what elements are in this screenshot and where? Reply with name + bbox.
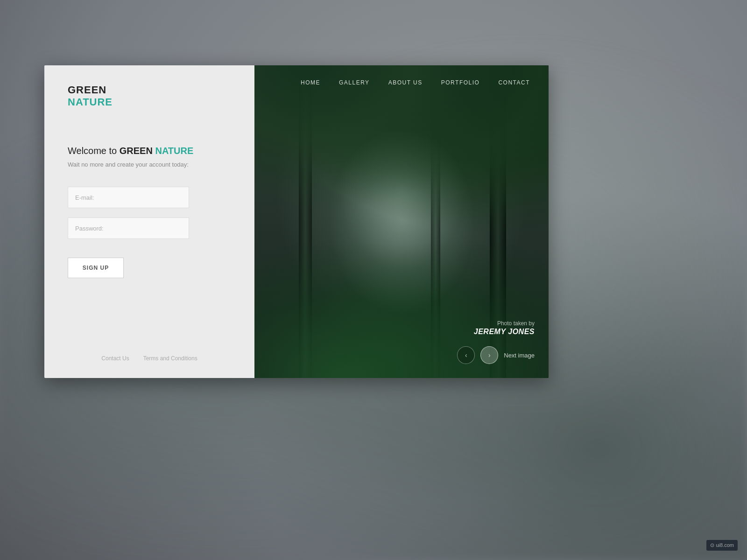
email-field-wrapper bbox=[68, 187, 231, 208]
slider-controls: ‹ › Next image bbox=[457, 346, 535, 364]
footer-links: Contact Us Terms and Conditions bbox=[101, 355, 197, 362]
nav-home[interactable]: HOME bbox=[301, 79, 320, 86]
logo-green: GREEN bbox=[68, 84, 231, 96]
photographer-name: JEREMY JONES bbox=[474, 328, 535, 336]
nav-portfolio[interactable]: PORTFOLIO bbox=[441, 79, 480, 86]
next-icon: › bbox=[488, 351, 491, 359]
logo-nature: NATURE bbox=[68, 96, 231, 108]
welcome-accent-text: NATURE bbox=[155, 146, 193, 156]
password-input[interactable] bbox=[68, 217, 189, 239]
contact-us-link[interactable]: Contact Us bbox=[101, 355, 129, 362]
nav-about[interactable]: ABOUT US bbox=[388, 79, 423, 86]
mist-light bbox=[328, 128, 475, 315]
watermark-icon: ⊙ bbox=[710, 542, 716, 548]
photo-taken-by-label: Photo taken by bbox=[474, 320, 535, 327]
watermark-text: ui8.com bbox=[716, 542, 734, 548]
nav-gallery[interactable]: GALLERY bbox=[339, 79, 370, 86]
photo-credit: Photo taken by JEREMY JONES bbox=[474, 320, 535, 336]
email-input[interactable] bbox=[68, 187, 189, 208]
welcome-subtitle: Wait no more and create your account tod… bbox=[68, 161, 231, 168]
welcome-title: Welcome to GREEN NATURE bbox=[68, 146, 231, 156]
main-card: GREEN NATURE Welcome to GREEN NATURE Wai… bbox=[44, 65, 549, 378]
left-panel: GREEN NATURE Welcome to GREEN NATURE Wai… bbox=[44, 65, 254, 378]
welcome-bold: GREEN bbox=[120, 146, 153, 156]
next-image-label[interactable]: Next image bbox=[504, 352, 535, 359]
welcome-prefix: Welcome to bbox=[68, 146, 120, 156]
nav-contact[interactable]: CONTACT bbox=[498, 79, 530, 86]
prev-icon: ‹ bbox=[465, 351, 467, 359]
right-panel: HOME GALLERY ABOUT US PORTFOLIO CONTACT … bbox=[254, 65, 549, 378]
terms-link[interactable]: Terms and Conditions bbox=[143, 355, 197, 362]
welcome-section: Welcome to GREEN NATURE Wait no more and… bbox=[68, 146, 231, 359]
signup-button[interactable]: SIGN UP bbox=[68, 258, 124, 278]
prev-button[interactable]: ‹ bbox=[457, 346, 475, 364]
logo-area: GREEN NATURE bbox=[68, 84, 231, 108]
next-button[interactable]: › bbox=[480, 346, 498, 364]
password-field-wrapper bbox=[68, 217, 231, 239]
watermark: ⊙ ui8.com bbox=[706, 540, 738, 551]
navigation: HOME GALLERY ABOUT US PORTFOLIO CONTACT bbox=[254, 65, 549, 100]
